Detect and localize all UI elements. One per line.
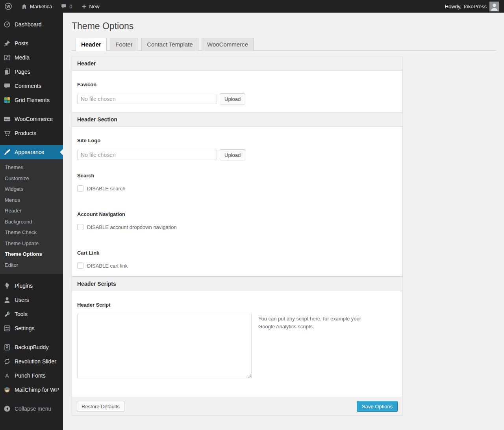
submenu-item-background[interactable]: Background — [0, 216, 63, 227]
woocommerce-icon: Woo — [3, 115, 11, 123]
howdy-text: Howdy, TokoPress — [445, 4, 487, 9]
tab-woocommerce[interactable]: WooCommerce — [202, 38, 254, 51]
current-menu-arrow — [60, 149, 63, 155]
grid-elements-icon — [3, 96, 11, 104]
section-header-section: Header Section — [72, 112, 402, 127]
sidebar-item-posts[interactable]: Posts — [0, 36, 63, 50]
menu-separator — [0, 397, 63, 402]
letter-a-icon: A — [3, 372, 11, 380]
pages-icon — [3, 68, 11, 76]
new-label: New — [89, 4, 100, 9]
sidebar-item-users[interactable]: Users — [0, 293, 63, 307]
menu-separator — [0, 32, 63, 36]
sidebar-item-appearance[interactable]: Appearance — [0, 145, 63, 159]
site-logo-label: Site Logo — [77, 138, 397, 143]
menu-separator — [0, 107, 63, 112]
tab-footer[interactable]: Footer — [110, 38, 138, 51]
refresh-arrows-icon — [3, 357, 11, 365]
submenu-item-widgets[interactable]: Widgets — [0, 184, 63, 195]
spacer — [72, 230, 402, 238]
backup-drive-icon — [3, 343, 11, 351]
comments-menu[interactable]: 0 — [56, 0, 76, 13]
sidebar-item-comments[interactable]: Comments — [0, 79, 63, 93]
site-name-menu[interactable]: Marketica — [17, 0, 56, 13]
sidebar-item-label: WooCommerce — [15, 115, 53, 123]
sidebar-item-media[interactable]: Media — [0, 50, 63, 65]
panel-footer: Restore Defaults Save Options — [72, 397, 402, 415]
comments-icon — [3, 82, 11, 90]
sidebar-item-label: Grid Elements — [15, 97, 50, 104]
section-header: Header — [72, 56, 402, 71]
menu-separator — [0, 140, 63, 145]
svg-text:W: W — [6, 4, 10, 9]
submenu-item-editor[interactable]: Editor — [0, 260, 63, 271]
disable-cart-link-checkbox[interactable] — [77, 262, 83, 269]
site-name: Marketica — [30, 4, 52, 9]
sidebar-item-punch-fonts[interactable]: A Punch Fonts — [0, 369, 63, 383]
main-content: Theme Options Header Footer Contact Temp… — [63, 13, 504, 430]
disable-search-checkbox[interactable] — [77, 185, 83, 192]
favicon-label: Favicon — [77, 82, 397, 87]
section-header-scripts: Header Scripts — [72, 276, 402, 291]
disable-account-nav-checkbox[interactable] — [77, 224, 83, 230]
sidebar-item-backupbuddy[interactable]: BackupBuddy — [0, 340, 63, 354]
user-icon — [3, 296, 11, 304]
submenu-item-customize[interactable]: Customize — [0, 173, 63, 184]
tab-contact-template[interactable]: Contact Template — [141, 38, 198, 51]
disable-search-row: DISABLE search — [77, 185, 397, 192]
disable-account-nav-text: DISABLE account dropdown navigation — [87, 224, 177, 230]
sidebar-item-products[interactable]: Products — [0, 126, 63, 140]
cart-icon — [3, 129, 11, 137]
sidebar-item-mailchimp[interactable]: MailChimp for WP — [0, 383, 63, 397]
spacer — [72, 269, 402, 276]
pushpin-icon — [3, 39, 11, 47]
sidebar-item-label: Posts — [15, 40, 28, 47]
sidebar-item-label: Products — [15, 130, 36, 137]
submenu-item-theme-check[interactable]: Theme Check — [0, 227, 63, 238]
save-options-button[interactable]: Save Options — [357, 401, 398, 412]
disable-cart-link-text: DISABLE cart link — [87, 263, 128, 269]
plus-icon — [81, 4, 87, 9]
sidebar-item-revolution-slider[interactable]: Revolution Slider — [0, 354, 63, 369]
avatar — [489, 2, 499, 11]
favicon-upload-button[interactable]: Upload — [220, 93, 245, 104]
svg-text:Woo: Woo — [5, 118, 10, 121]
submenu-item-header[interactable]: Header — [0, 205, 63, 216]
appearance-submenu: Themes Customize Widgets Menus Header Ba… — [0, 159, 63, 274]
submenu-item-menus[interactable]: Menus — [0, 195, 63, 206]
submenu-item-theme-update[interactable]: Theme Update — [0, 238, 63, 249]
tab-header[interactable]: Header — [76, 38, 107, 51]
restore-defaults-button[interactable]: Restore Defaults — [77, 401, 124, 412]
header-script-label: Header Script — [77, 302, 397, 308]
plugin-icon — [3, 282, 11, 290]
favicon-file-row: Upload — [77, 93, 397, 104]
submenu-item-themes[interactable]: Themes — [0, 162, 63, 173]
sidebar-item-pages[interactable]: Pages — [0, 65, 63, 79]
new-content-menu[interactable]: New — [77, 0, 104, 13]
submenu-item-theme-options[interactable]: Theme Options — [0, 249, 63, 260]
admin-bar-left: W Marketica 0 New — [0, 0, 104, 13]
sidebar-item-settings[interactable]: Settings — [0, 321, 63, 335]
menu-separator — [0, 274, 63, 279]
sidebar-item-dashboard[interactable]: Dashboard — [0, 17, 63, 32]
admin-bar: W Marketica 0 New Howdy, TokoPress — [0, 0, 504, 13]
disable-account-nav-row: DISABLE account dropdown navigation — [77, 224, 397, 230]
wordpress-logo-menu[interactable]: W — [0, 0, 17, 13]
sidebar-item-woocommerce[interactable]: Woo WooCommerce — [0, 112, 63, 126]
account-menu[interactable]: Howdy, TokoPress — [445, 2, 504, 11]
collapse-menu-button[interactable]: Collapse menu — [0, 402, 63, 416]
sidebar-item-grid-elements[interactable]: Grid Elements — [0, 93, 63, 107]
page-title: Theme Options — [72, 20, 496, 32]
site-logo-file-input[interactable] — [77, 150, 217, 160]
sidebar-item-label: BackupBuddy — [15, 344, 48, 351]
sidebar-item-label: MailChimp for WP — [15, 386, 59, 393]
sidebar-item-label: Dashboard — [15, 21, 42, 28]
collapse-arrow-icon — [3, 405, 11, 413]
sidebar-item-tools[interactable]: Tools — [0, 307, 63, 321]
header-script-textarea[interactable] — [77, 314, 252, 378]
site-logo-upload-button[interactable]: Upload — [220, 149, 245, 160]
sidebar-item-plugins[interactable]: Plugins — [0, 279, 63, 293]
favicon-file-input[interactable] — [77, 94, 217, 104]
cart-link-label: Cart Link — [77, 250, 397, 256]
appearance-brush-icon — [3, 148, 11, 156]
